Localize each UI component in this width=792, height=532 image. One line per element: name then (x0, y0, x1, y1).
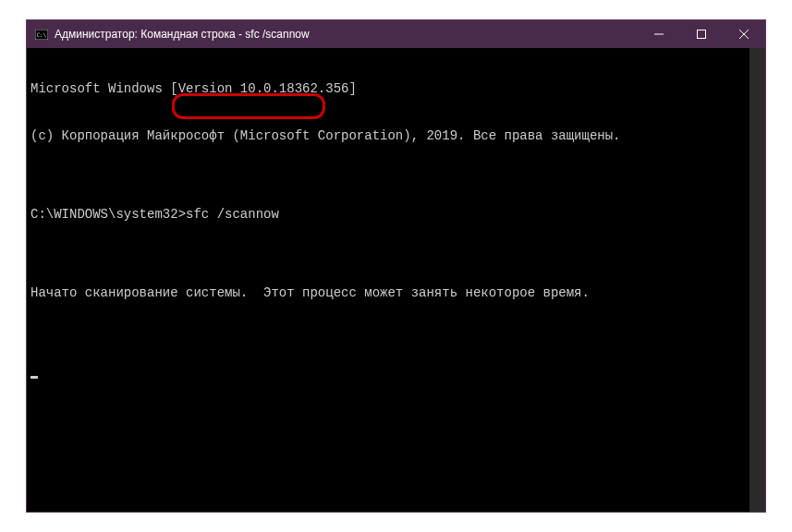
window-title: Администратор: Командная строка - sfc /s… (55, 28, 638, 41)
command-text: sfc /scannow (186, 207, 279, 222)
command-prompt-window: C:\ Администратор: Командная строка - sf… (26, 19, 766, 513)
titlebar[interactable]: C:\ Администратор: Командная строка - sf… (27, 20, 765, 48)
prompt-line: C:\WINDOWS\system32>sfc /scannow (30, 207, 746, 223)
terminal-area[interactable]: Microsoft Windows [Version 10.0.18362.35… (27, 48, 765, 512)
prompt-gt: > (178, 207, 186, 222)
output-line: Начато сканирование системы. Этот процес… (30, 285, 746, 301)
cmd-icon: C:\ (34, 27, 49, 42)
svg-rect-3 (698, 30, 706, 39)
maximize-button[interactable] (680, 20, 723, 48)
minimize-button[interactable] (638, 20, 680, 48)
prompt-path: C:\WINDOWS\system32 (30, 207, 178, 222)
output-line: Microsoft Windows [Version 10.0.18362.35… (30, 81, 746, 97)
cursor-icon (30, 376, 38, 379)
svg-text:C:\: C:\ (37, 30, 47, 37)
window-controls (638, 20, 765, 48)
output-line: (c) Корпорация Майкрософт (Microsoft Cor… (30, 128, 746, 144)
close-button[interactable] (723, 20, 765, 48)
cursor-line (30, 364, 746, 380)
annotation-highlight (172, 93, 325, 119)
